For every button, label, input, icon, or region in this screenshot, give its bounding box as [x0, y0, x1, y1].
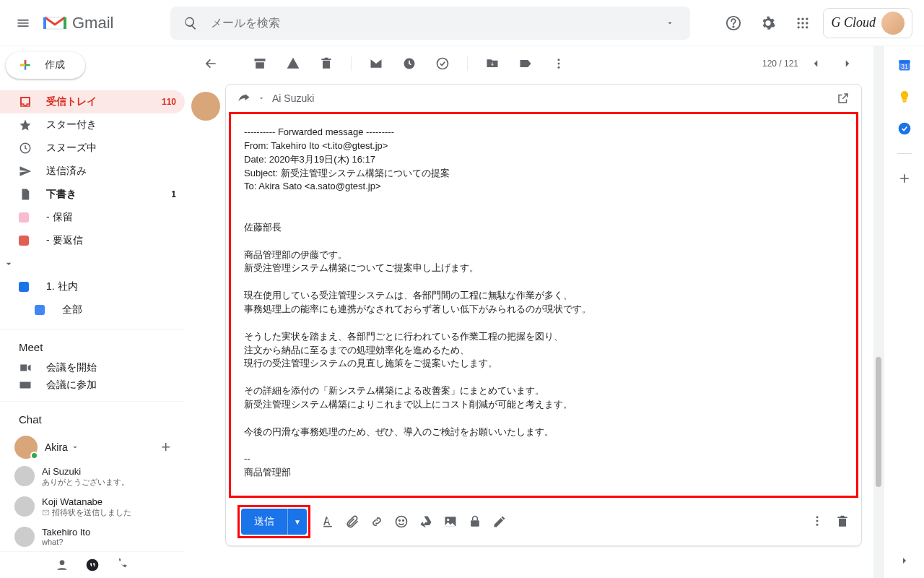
svg-rect-26: [471, 520, 479, 526]
confidential-icon[interactable]: [468, 514, 482, 529]
drive-icon[interactable]: [419, 514, 433, 529]
apps-icon[interactable]: [788, 9, 817, 38]
svg-text:31: 31: [901, 63, 908, 70]
nav-label: - 保留: [46, 211, 73, 224]
chat-avatar: [14, 527, 35, 547]
tasks-icon[interactable]: [897, 121, 912, 136]
svg-point-25: [447, 519, 449, 521]
svg-point-29: [816, 524, 819, 526]
menu-button[interactable]: [6, 6, 40, 40]
svg-point-23: [403, 520, 404, 522]
chevron-down-icon[interactable]: [258, 95, 265, 102]
svg-point-4: [806, 17, 808, 20]
mark-unread-button[interactable]: [362, 49, 391, 78]
chat-self[interactable]: Akira +: [0, 431, 185, 462]
logo[interactable]: Gmail: [40, 14, 170, 33]
next-button[interactable]: [833, 49, 862, 78]
image-icon[interactable]: [443, 514, 458, 529]
chevron-down-icon[interactable]: [71, 443, 79, 452]
nav-スター付き[interactable]: スター付き: [0, 113, 185, 137]
prev-button[interactable]: [801, 49, 830, 78]
search-options-icon[interactable]: [655, 9, 684, 38]
calendar-icon[interactable]: 31: [897, 58, 912, 72]
chat-name: Ai Suzuki: [42, 466, 129, 477]
main-area: 120 / 121 Ai Suzuki ---------- Forwarded…: [185, 46, 873, 578]
send-button[interactable]: 送信 ▼: [241, 509, 307, 535]
collapse-rail-icon[interactable]: [899, 555, 910, 566]
recipient-row[interactable]: Ai Suzuki: [226, 85, 861, 112]
meet-join[interactable]: 会議に参加: [0, 376, 185, 394]
svg-point-9: [802, 26, 804, 28]
nav-スヌーズ中[interactable]: スヌーズ中: [0, 137, 185, 160]
inbox-icon: [19, 95, 33, 108]
nav-label: スター付き: [46, 118, 97, 131]
new-chat-button[interactable]: +: [161, 438, 170, 457]
nav-- 要返信[interactable]: - 要返信: [0, 229, 185, 252]
svg-point-22: [399, 520, 401, 522]
nav-label: 全部: [62, 303, 82, 316]
search-icon[interactable]: [176, 9, 205, 38]
snooze-button[interactable]: [395, 49, 424, 78]
popout-button[interactable]: [837, 92, 850, 105]
keep-icon[interactable]: [897, 90, 912, 104]
svg-point-3: [802, 17, 804, 20]
clock-icon: [19, 142, 33, 155]
nav-受信トレイ[interactable]: 受信トレイ110: [0, 90, 185, 113]
spam-button[interactable]: [279, 49, 308, 78]
product-name: Gmail: [72, 14, 113, 33]
help-icon[interactable]: [719, 9, 748, 38]
expand-labels[interactable]: [0, 252, 185, 275]
account-label: G Cloud: [831, 15, 876, 30]
move-button[interactable]: [478, 49, 507, 78]
search-input[interactable]: [205, 17, 655, 30]
meet-title: Meet: [0, 329, 185, 359]
chat-avatar: [14, 496, 35, 517]
scrollbar[interactable]: [873, 46, 884, 578]
chat-item[interactable]: Takehiro Itowhat?: [0, 522, 185, 551]
svg-point-21: [396, 517, 406, 527]
mail-toolbar: 120 / 121: [185, 46, 873, 81]
back-button[interactable]: [196, 49, 225, 78]
svg-point-28: [816, 520, 819, 522]
attach-icon[interactable]: [345, 514, 359, 529]
format-icon[interactable]: [321, 514, 335, 529]
meet-start[interactable]: 会議を開始: [0, 359, 185, 376]
svg-point-6: [802, 22, 804, 24]
chat-item[interactable]: Koji Watanabe招待状を送信しました: [0, 492, 185, 522]
settings-icon[interactable]: [754, 9, 783, 38]
archive-button[interactable]: [245, 49, 274, 78]
hangouts-icon[interactable]: [85, 558, 100, 572]
more-options-icon[interactable]: [811, 514, 824, 529]
addons-icon[interactable]: [897, 171, 912, 186]
side-rail: 31: [884, 46, 924, 578]
nav-全部[interactable]: 全部: [0, 298, 185, 322]
pen-icon[interactable]: [492, 514, 507, 529]
task-button[interactable]: [428, 49, 457, 78]
chat-item[interactable]: Ai Suzukiありがとうございます。: [0, 462, 185, 492]
person-icon[interactable]: [55, 558, 69, 572]
emoji-icon[interactable]: [394, 514, 409, 529]
star-icon: [19, 118, 33, 131]
search-bar[interactable]: [170, 7, 690, 40]
chat-name: Koji Watanabe: [42, 496, 131, 507]
scrollbar-thumb[interactable]: [876, 357, 881, 487]
nav-1. 社内[interactable]: 1. 社内: [0, 275, 185, 298]
nav-下書き[interactable]: 下書き1: [0, 183, 185, 206]
discard-button[interactable]: [835, 514, 850, 529]
account-switcher[interactable]: G Cloud: [823, 8, 912, 38]
hamburger-icon: [16, 16, 30, 30]
nav-- 保留[interactable]: - 保留: [0, 206, 185, 229]
nav-label: スヌーズ中: [46, 142, 97, 155]
presence-dot: [30, 452, 38, 460]
phone-icon[interactable]: [116, 558, 130, 572]
compose-button[interactable]: 作成: [6, 52, 85, 79]
chat-sub: what?: [42, 538, 90, 546]
compose-card: Ai Suzuki ---------- Forwarded message -…: [225, 84, 862, 546]
more-button[interactable]: [544, 49, 573, 78]
delete-button[interactable]: [312, 49, 341, 78]
label-button[interactable]: [511, 49, 540, 78]
nav-送信済み[interactable]: 送信済み: [0, 160, 185, 183]
compose-body[interactable]: ---------- Forwarded message --------- F…: [229, 112, 858, 498]
send-options[interactable]: ▼: [287, 509, 307, 535]
link-icon[interactable]: [370, 514, 384, 529]
